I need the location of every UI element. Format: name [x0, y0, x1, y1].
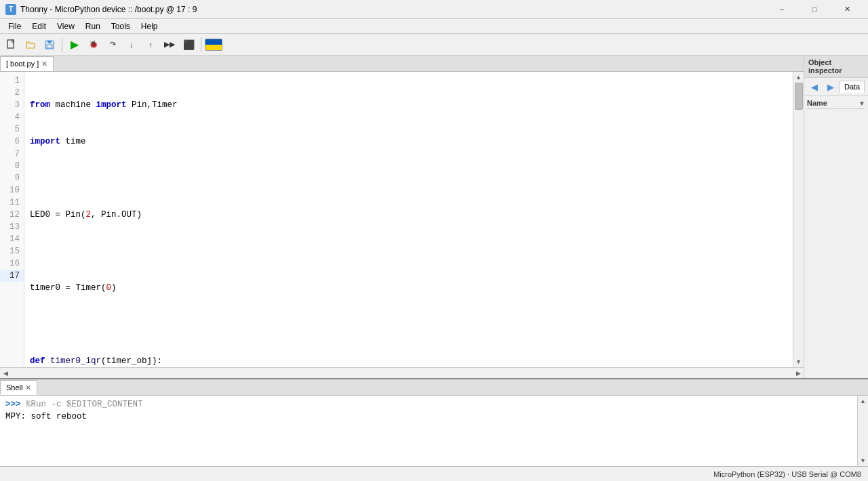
line-num-12: 12 [0, 209, 24, 221]
window-title: Thonny - MicroPython device :: /boot.py … [20, 5, 766, 14]
tab-close-button[interactable]: ✕ [41, 60, 47, 68]
inspector-header: Object inspector [804, 56, 868, 78]
inspector-name-label: Name [807, 99, 827, 107]
line-num-15: 15 [0, 245, 24, 257]
status-text: MicroPython (ESP32) · USB Serial @ COM8 [713, 470, 861, 478]
shell-tab-label: Shell [6, 383, 22, 392]
code-line-2: import time [30, 135, 787, 148]
tab-filename: [ boot.py ] [6, 60, 39, 68]
shell-vscroll-track[interactable] [858, 406, 868, 455]
close-button[interactable]: ✕ [831, 0, 863, 19]
line-num-10: 10 [0, 184, 24, 196]
minimize-button[interactable]: − [766, 0, 797, 19]
hscroll-right-arrow[interactable]: ▶ [793, 368, 804, 379]
inspector-nav: ◀ ▶ Data [804, 78, 868, 96]
window-controls: − □ ✕ [766, 0, 863, 19]
bottom-panel: Shell ✕ >>> %Run -c $EDITOR_CONTENT MPY:… [0, 378, 868, 466]
menu-help[interactable]: Help [136, 20, 163, 33]
debug-button[interactable]: 🐞 [85, 36, 102, 54]
vscroll-track[interactable] [793, 83, 804, 356]
line-num-16: 16 [0, 257, 24, 270]
line-num-11: 11 [0, 196, 24, 209]
ukraine-flag [205, 39, 222, 51]
editor-tab-bar: [ boot.py ] ✕ [0, 56, 804, 72]
step-into-button[interactable]: ↓ [123, 36, 140, 54]
inspector-tab-data[interactable]: Data [840, 81, 865, 93]
line-num-9: 9 [0, 172, 24, 184]
hscroll-track[interactable] [11, 368, 793, 379]
menu-run[interactable]: Run [80, 20, 106, 33]
code-line-5 [30, 245, 787, 257]
svg-rect-4 [47, 45, 52, 48]
menu-tools[interactable]: Tools [106, 20, 136, 33]
open-button[interactable] [22, 36, 39, 54]
inspector-body: Name ▼ [804, 96, 868, 378]
code-line-1: from machine import Pin,Timer [30, 99, 787, 111]
line-num-2: 2 [0, 87, 24, 99]
title-bar: T Thonny - MicroPython device :: /boot.p… [0, 0, 868, 19]
hscroll-left-arrow[interactable]: ◀ [0, 368, 11, 379]
line-numbers: 1 2 3 4 5 6 7 8 9 10 11 12 13 14 [0, 72, 24, 367]
line-num-13: 13 [0, 221, 24, 233]
svg-rect-3 [47, 41, 52, 43]
code-line-6: timer0 = Timer(0) [30, 282, 787, 294]
line-num-7: 7 [0, 148, 24, 160]
step-out-button[interactable]: ↑ [142, 36, 159, 54]
menu-bar: File Edit View Run Tools Help [0, 19, 868, 34]
menu-view[interactable]: View [52, 20, 80, 33]
line-num-8: 8 [0, 160, 24, 172]
line-num-4: 4 [0, 111, 24, 123]
inspector-panel: Object inspector ◀ ▶ Data Name ▼ [804, 56, 868, 378]
maximize-button[interactable]: □ [799, 0, 830, 19]
shell-vscroll-down-arrow[interactable]: ▼ [858, 455, 869, 466]
code-line-8: def timer0_iqr(timer_obj): [30, 355, 787, 367]
line-num-5: 5 [0, 123, 24, 135]
menu-edit[interactable]: Edit [26, 20, 52, 33]
line-num-6: 6 [0, 135, 24, 148]
inspector-name-header: Name ▼ [807, 99, 865, 109]
stop-button[interactable]: ⬛ [180, 36, 197, 54]
run-button[interactable]: ▶ [66, 36, 83, 54]
inspector-sort-icon[interactable]: ▼ [859, 100, 865, 107]
editor-hscroll[interactable]: ◀ ▶ [0, 367, 804, 378]
line-num-17: 17 [0, 270, 24, 282]
shell-command-line: >>> %Run -c $EDITOR_CONTENT [5, 398, 852, 411]
resume-button[interactable]: ▶▶ [161, 36, 178, 54]
shell-vscroll[interactable]: ▲ ▼ [857, 396, 868, 466]
line-num-3: 3 [0, 99, 24, 111]
code-line-7 [30, 318, 787, 331]
shell-tab-bar: Shell ✕ [0, 379, 868, 396]
toolbar-separator-2 [201, 37, 201, 52]
vscroll-up-arrow[interactable]: ▲ [793, 72, 804, 83]
step-over-button[interactable]: ↷ [104, 36, 121, 54]
shell-tab[interactable]: Shell ✕ [0, 380, 37, 395]
toolbar: ▶ 🐞 ↷ ↓ ↑ ▶▶ ⬛ [0, 34, 868, 56]
editor-tab-boot-py[interactable]: [ boot.py ] ✕ [0, 56, 54, 71]
code-editor[interactable]: 1 2 3 4 5 6 7 8 9 10 11 12 13 14 [0, 72, 793, 367]
toolbar-separator-1 [62, 37, 62, 52]
new-button[interactable] [3, 36, 20, 54]
inspector-back-button[interactable]: ◀ [807, 80, 822, 93]
shell-output-line: MPY: soft reboot [5, 411, 852, 423]
line-num-1: 1 [0, 75, 24, 87]
inspector-fwd-button[interactable]: ▶ [823, 80, 838, 93]
app-icon: T [5, 4, 16, 15]
menu-file[interactable]: File [3, 20, 26, 33]
vscroll-down-arrow[interactable]: ▼ [793, 356, 804, 367]
shell-output: MPY: soft reboot [5, 412, 87, 421]
editor-vscroll[interactable]: ▲ ▼ [793, 72, 804, 367]
code-line-3 [30, 172, 787, 184]
line-num-14: 14 [0, 233, 24, 245]
shell-prompt: >>> [5, 400, 21, 409]
save-button[interactable] [41, 36, 58, 54]
shell-text[interactable]: >>> %Run -c $EDITOR_CONTENT MPY: soft re… [0, 396, 857, 466]
shell-vscroll-up-arrow[interactable]: ▲ [858, 396, 869, 406]
code-line-4: LED0 = Pin(2, Pin.OUT) [30, 209, 787, 221]
main-area: [ boot.py ] ✕ 1 2 3 4 5 6 7 8 9 [0, 56, 868, 378]
code-content[interactable]: from machine import Pin,Timer import tim… [24, 72, 793, 367]
editor-area: [ boot.py ] ✕ 1 2 3 4 5 6 7 8 9 [0, 56, 804, 378]
status-bar: MicroPython (ESP32) · USB Serial @ COM8 [0, 466, 868, 481]
vscroll-thumb[interactable] [795, 83, 803, 110]
shell-command: %Run -c $EDITOR_CONTENT [26, 400, 143, 409]
shell-tab-close[interactable]: ✕ [25, 384, 31, 392]
